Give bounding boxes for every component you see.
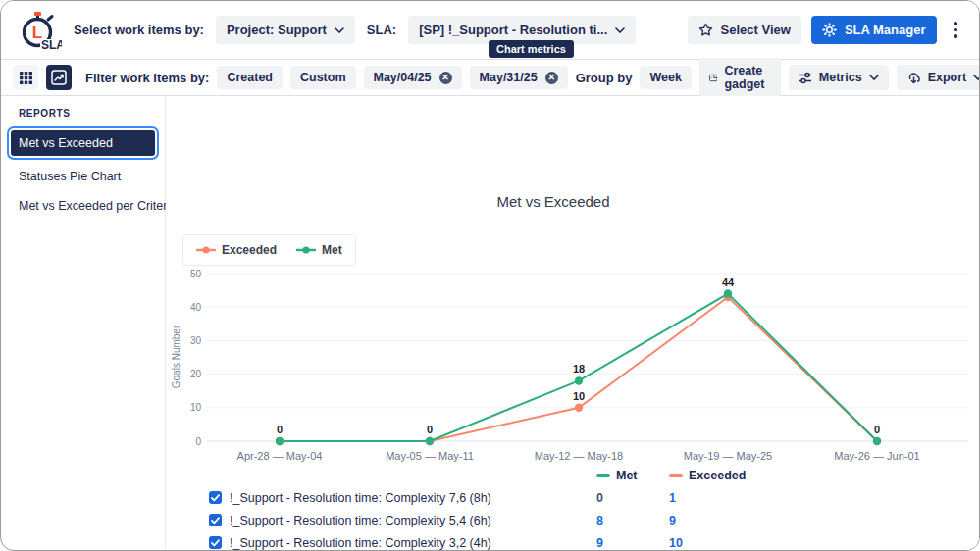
star-icon	[698, 23, 713, 37]
chevron-down-icon	[615, 27, 625, 33]
date-from-chip[interactable]: May/04/25 ✕	[364, 66, 462, 89]
chart-panel: Met vs Exceeded Exceeded Met 01020304050…	[166, 96, 979, 551]
project-dropdown[interactable]: Project: Support	[216, 16, 355, 44]
reports-heading: REPORTS	[19, 108, 165, 119]
data-label: 44	[722, 276, 735, 288]
sla-manager-button[interactable]: SLA Manager	[811, 16, 937, 44]
data-point-met[interactable]	[575, 376, 583, 384]
filter-toolbar: Filter work items by: Created Custom May…	[1, 60, 979, 96]
filter-work-items-label: Filter work items by:	[85, 71, 209, 85]
metrics-button[interactable]: Metrics	[789, 65, 889, 90]
data-point-met[interactable]	[276, 437, 284, 445]
line-chart-icon	[51, 70, 67, 85]
row-checkbox[interactable]	[209, 491, 222, 504]
export-button[interactable]: Export	[897, 65, 980, 90]
data-point-met[interactable]	[426, 437, 434, 445]
met-value: 0	[596, 491, 669, 505]
x-tick-label: Apr-28 — May-04	[237, 450, 323, 462]
sla-dropdown-value: [SP] !_Support - Resolution ti...	[419, 23, 607, 37]
met-swatch-icon	[596, 474, 610, 477]
y-tick-label: 20	[190, 369, 202, 379]
exceeded-value[interactable]: 9	[669, 514, 979, 527]
create-gadget-label: Create gadget	[724, 64, 770, 91]
logo-text: SLA	[41, 38, 62, 52]
data-point-met[interactable]	[724, 289, 732, 297]
met-column-label: Met	[616, 469, 638, 482]
sla-logo: L SLA	[15, 7, 62, 54]
table-row: !_Support - Resolution time: Complexity …	[166, 531, 979, 551]
line-chart: 01020304050Goals NumberApr-28 — May-04Ma…	[166, 224, 979, 469]
gadget-icon	[709, 72, 718, 84]
more-options-kebab-icon[interactable]	[947, 16, 966, 44]
y-tick-label: 0	[195, 436, 201, 447]
y-tick-label: 10	[190, 402, 202, 413]
sidebar-item-met-vs-exceeded[interactable]: Met vs Exceeded	[11, 130, 155, 156]
x-tick-label: May-12 — May-18	[535, 450, 623, 462]
date-to-value: May/31/25	[480, 71, 538, 84]
metrics-label: Metrics	[819, 71, 862, 84]
sidebar-item-met-vs-exceeded-per-criteria[interactable]: Met vs Exceeded per Criteria	[1, 191, 165, 221]
exceeded-value[interactable]: 1	[669, 491, 979, 505]
data-label: 0	[874, 424, 880, 435]
gear-icon	[822, 23, 837, 37]
exceeded-column-header: Exceeded	[669, 469, 979, 482]
row-checkbox[interactable]	[209, 514, 222, 526]
table-header-row: Met Exceeded	[166, 465, 979, 486]
sla-row-label: !_Support - Resolution time: Complexity …	[230, 536, 491, 550]
table-view-toggle[interactable]	[13, 65, 38, 90]
x-tick-label: May-05 — May-11	[386, 450, 474, 462]
grid-icon	[19, 71, 33, 85]
sla-manager-label: SLA Manager	[845, 23, 926, 37]
stopwatch-icon: L SLA	[15, 7, 62, 54]
chevron-down-icon	[335, 27, 344, 33]
met-value[interactable]: 9	[596, 536, 669, 550]
reports-sidebar: REPORTS Met vs ExceededStatuses Pie Char…	[1, 96, 166, 551]
create-gadget-button[interactable]: Create gadget	[699, 58, 781, 97]
group-by-label: Group by	[576, 71, 633, 85]
data-label: 10	[573, 390, 585, 402]
sliders-icon	[799, 72, 812, 84]
sla-label: SLA:	[367, 23, 396, 37]
exceeded-column-label: Exceeded	[689, 469, 746, 482]
select-work-items-label: Select work items by:	[74, 23, 204, 37]
table-row: !_Support - Resolution time: Complexity …	[166, 486, 979, 509]
sla-row-label: !_Support - Resolution time: Complexity …	[230, 514, 491, 527]
exceeded-swatch-icon	[669, 474, 683, 477]
met-value[interactable]: 8	[596, 514, 669, 527]
data-point-met[interactable]	[873, 437, 881, 445]
data-label: 0	[277, 424, 283, 435]
sla-row-label: !_Support - Resolution time: Complexity …	[230, 491, 491, 505]
table-row: !_Support - Resolution time: Complexity …	[166, 509, 979, 531]
custom-filter-chip[interactable]: Custom	[290, 66, 356, 89]
date-from-value: May/04/25	[374, 71, 432, 84]
sidebar-item-statuses-pie-chart[interactable]: Statuses Pie Chart	[1, 162, 165, 191]
y-axis-label: Goals Number	[171, 325, 181, 388]
export-label: Export	[928, 71, 967, 84]
group-by-week-chip[interactable]: Week	[640, 66, 691, 89]
data-point-exceeded[interactable]	[575, 404, 583, 412]
y-tick-label: 40	[190, 302, 202, 313]
clear-date-from-icon[interactable]: ✕	[439, 72, 452, 84]
app-window: L SLA Select work items by: Project: Sup…	[0, 0, 980, 551]
data-label: 0	[427, 424, 433, 435]
y-tick-label: 50	[190, 269, 202, 279]
date-to-chip[interactable]: May/31/25 ✕	[470, 66, 568, 89]
export-download-icon	[906, 71, 921, 84]
data-label: 18	[573, 363, 585, 375]
x-tick-label: May-19 — May-25	[684, 450, 772, 462]
chart-title: Met vs Exceeded	[166, 193, 941, 210]
clear-date-to-icon[interactable]: ✕	[545, 72, 558, 84]
chart-view-toggle[interactable]	[46, 65, 72, 90]
sla-table: Met Exceeded !_Support - Resolution time…	[166, 465, 979, 551]
chevron-down-icon	[973, 75, 980, 80]
chart-metrics-tooltip: Chart metrics	[489, 40, 574, 58]
select-view-button[interactable]: Select View	[688, 16, 801, 44]
exceeded-value[interactable]: 10	[669, 536, 979, 550]
x-tick-label: May-26 — Jun-01	[834, 450, 919, 462]
row-checkbox[interactable]	[209, 536, 222, 549]
met-column-header: Met	[596, 469, 669, 482]
y-tick-label: 30	[190, 335, 202, 346]
project-dropdown-value: Project: Support	[227, 23, 327, 37]
created-filter-chip[interactable]: Created	[217, 66, 283, 89]
select-view-label: Select View	[721, 23, 791, 37]
